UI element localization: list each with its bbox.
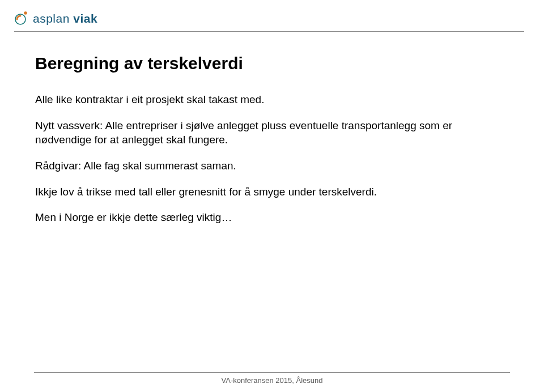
logo: asplan viak — [14, 10, 97, 28]
paragraph-4: Ikkje lov å trikse med tall eller grenes… — [35, 185, 504, 199]
logo-icon — [14, 10, 29, 28]
logo-text-part1: asplan — [33, 12, 70, 25]
logo-text-part2: viak — [73, 12, 97, 25]
svg-point-1 — [24, 11, 27, 15]
paragraph-1: Alle like kontraktar i eit prosjekt skal… — [35, 92, 504, 107]
header-divider — [14, 31, 524, 32]
footer-divider — [34, 372, 510, 373]
logo-text: asplan viak — [33, 12, 97, 25]
slide-page: asplan viak Beregning av terskelverdi Al… — [0, 0, 544, 392]
paragraph-5: Men i Norge er ikkje dette særleg viktig… — [35, 210, 504, 225]
paragraph-3: Rådgivar: Alle fag skal summerast saman. — [35, 159, 504, 173]
paragraph-2: Nytt vassverk: Alle entrepriser i sjølve… — [35, 118, 504, 147]
slide-title: Beregning av terskelverdi — [35, 54, 504, 73]
footer-text: VA-konferansen 2015, Ålesund — [0, 376, 544, 385]
slide-content: Beregning av terskelverdi Alle like kont… — [35, 54, 504, 236]
